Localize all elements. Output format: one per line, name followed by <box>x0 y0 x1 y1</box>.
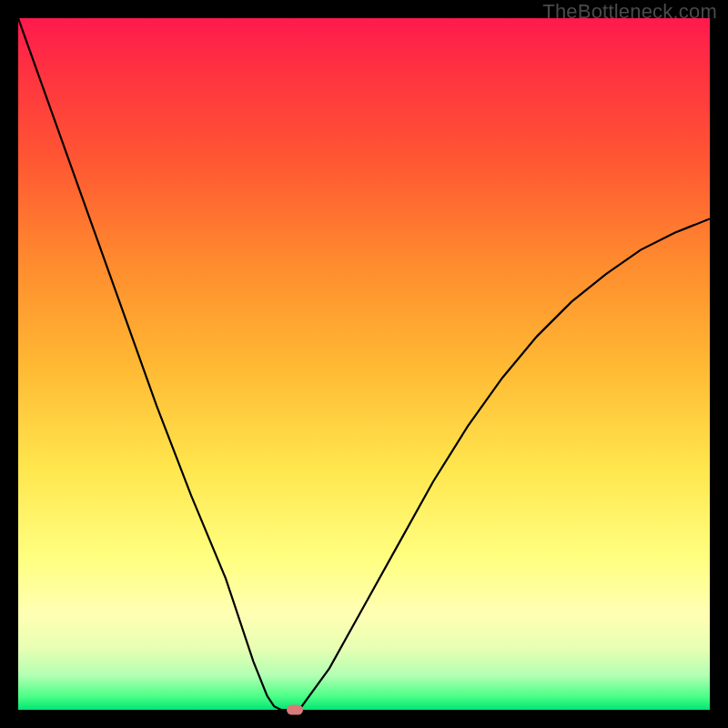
optimum-marker <box>287 705 303 715</box>
curve-path <box>18 18 710 710</box>
plot-area <box>18 18 710 710</box>
bottleneck-curve <box>18 18 710 710</box>
watermark-text: TheBottleneck.com <box>542 0 717 24</box>
